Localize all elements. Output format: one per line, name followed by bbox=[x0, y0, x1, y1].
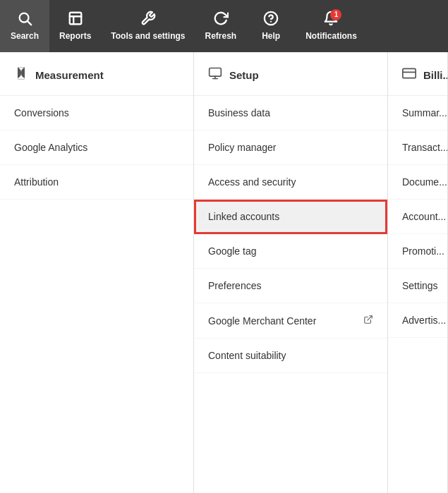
menu-google-tag[interactable]: Google tag bbox=[194, 234, 387, 269]
nav-search-label: Search bbox=[11, 31, 39, 41]
external-link-icon bbox=[363, 315, 373, 327]
menu-preferences[interactable]: Preferences bbox=[194, 269, 387, 303]
svg-line-1 bbox=[28, 21, 31, 25]
nav-help[interactable]: Help bbox=[246, 0, 296, 52]
nav-refresh[interactable]: Refresh bbox=[195, 0, 246, 52]
menu-transactions[interactable]: Transact... bbox=[388, 130, 447, 165]
nav-refresh-label: Refresh bbox=[205, 31, 236, 41]
setup-title: Setup bbox=[229, 69, 259, 81]
nav-notifications[interactable]: 1 Notifications bbox=[296, 0, 367, 52]
menu-conversions[interactable]: Conversions bbox=[0, 96, 193, 130]
svg-rect-7 bbox=[210, 68, 222, 77]
svg-rect-2 bbox=[69, 13, 81, 25]
nav-reports-label: Reports bbox=[59, 31, 91, 41]
menu-linked-accounts[interactable]: Linked accounts bbox=[194, 200, 387, 234]
nav-tools[interactable]: Tools and settings bbox=[101, 0, 195, 52]
billing-icon bbox=[402, 66, 416, 84]
menu-advertising[interactable]: Advertis... bbox=[388, 303, 447, 338]
menu-google-analytics[interactable]: Google Analytics bbox=[0, 130, 193, 165]
tools-icon bbox=[140, 11, 156, 28]
nav-tools-label: Tools and settings bbox=[111, 31, 185, 41]
svg-line-10 bbox=[368, 316, 372, 320]
measurement-column: Measurement Conversions Google Analytics… bbox=[0, 52, 194, 493]
hourglass-icon bbox=[14, 66, 28, 84]
notifications-icon: 1 bbox=[323, 11, 339, 28]
navbar: Search Reports Tools and settings Refres… bbox=[0, 0, 448, 52]
menu-summary[interactable]: Summar... bbox=[388, 96, 447, 130]
setup-header: Setup bbox=[194, 52, 387, 96]
billing-header: Billi... bbox=[388, 52, 447, 96]
menu-attribution[interactable]: Attribution bbox=[0, 165, 193, 200]
nav-notifications-label: Notifications bbox=[305, 31, 357, 41]
menu-content-suitability[interactable]: Content suitability bbox=[194, 339, 387, 373]
menu-documents[interactable]: Docume... bbox=[388, 165, 447, 200]
content-area: Measurement Conversions Google Analytics… bbox=[0, 52, 448, 493]
measurement-title: Measurement bbox=[35, 69, 104, 81]
measurement-header: Measurement bbox=[0, 52, 193, 96]
reports-icon bbox=[68, 11, 83, 28]
menu-access-security[interactable]: Access and security bbox=[194, 165, 387, 200]
nav-search[interactable]: Search bbox=[0, 0, 49, 52]
notification-badge: 1 bbox=[330, 9, 341, 20]
menu-policy-manager[interactable]: Policy manager bbox=[194, 130, 387, 165]
menu-promotions[interactable]: Promoti... bbox=[388, 234, 447, 269]
nav-reports[interactable]: Reports bbox=[49, 0, 101, 52]
setup-icon bbox=[208, 66, 222, 84]
billing-column: Billi... Summar... Transact... Docume...… bbox=[388, 52, 448, 493]
billing-title: Billi... bbox=[423, 69, 448, 81]
menu-account[interactable]: Account... bbox=[388, 200, 447, 234]
refresh-icon bbox=[213, 11, 229, 28]
menu-settings[interactable]: Settings bbox=[388, 269, 447, 303]
nav-help-label: Help bbox=[262, 31, 280, 41]
menu-business-data[interactable]: Business data bbox=[194, 96, 387, 130]
search-icon bbox=[17, 11, 32, 28]
svg-rect-11 bbox=[403, 68, 416, 78]
menu-google-merchant-center[interactable]: Google Merchant Center bbox=[194, 303, 387, 339]
help-icon bbox=[263, 11, 279, 28]
setup-column: Setup Business data Policy manager Acces… bbox=[194, 52, 388, 493]
